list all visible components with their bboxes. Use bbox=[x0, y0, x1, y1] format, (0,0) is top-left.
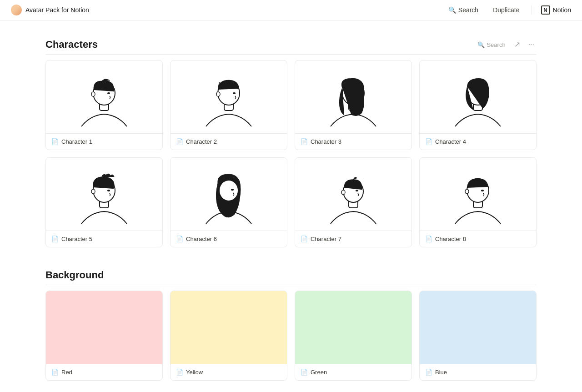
duplicate-button[interactable]: Duplicate bbox=[490, 5, 522, 15]
page-doc-icon: 📄 bbox=[425, 369, 432, 376]
page-doc-icon: 📄 bbox=[176, 236, 183, 242]
bg-card-yellow[interactable]: 📄 Yellow bbox=[170, 291, 287, 381]
svg-point-25 bbox=[341, 190, 345, 195]
bg-card-blue[interactable]: 📄 Blue bbox=[419, 291, 537, 381]
svg-point-28 bbox=[481, 190, 484, 191]
character-card-4[interactable]: 📄 Character 4 bbox=[419, 60, 537, 150]
character-2-image bbox=[171, 60, 287, 133]
character-card-8[interactable]: 📄 Character 8 bbox=[419, 157, 537, 247]
nav-actions: 🔍 Search Duplicate N Notion bbox=[446, 5, 571, 15]
page-title-area: Avatar Pack for Notion bbox=[11, 5, 89, 15]
character-8-footer: 📄 Character 8 bbox=[420, 231, 536, 247]
svg-point-20 bbox=[220, 181, 238, 201]
bg-blue-footer: 📄 Blue bbox=[420, 364, 536, 380]
page-doc-icon: 📄 bbox=[425, 236, 432, 242]
svg-point-7 bbox=[216, 92, 220, 96]
search-icon: 🔍 bbox=[448, 6, 456, 14]
character-3-label: Character 3 bbox=[311, 138, 341, 145]
bg-card-red[interactable]: 📄 Red bbox=[45, 291, 163, 381]
bg-green-label: Green bbox=[311, 369, 327, 376]
page-doc-icon: 📄 bbox=[301, 236, 308, 242]
svg-point-13 bbox=[481, 91, 484, 93]
character-2-footer: 📄 Character 2 bbox=[171, 133, 287, 150]
page-doc-icon: 📄 bbox=[425, 138, 432, 145]
bg-yellow-footer: 📄 Yellow bbox=[171, 364, 287, 380]
character-card-2[interactable]: 📄 Character 2 bbox=[170, 60, 287, 150]
nav-divider bbox=[532, 5, 532, 15]
character-card-1[interactable]: 📄 Character 1 bbox=[45, 60, 163, 150]
bg-card-green[interactable]: 📄 Green bbox=[295, 291, 412, 381]
character-6-image bbox=[171, 158, 287, 231]
bg-red-label: Red bbox=[61, 369, 72, 376]
background-section: Background 📄 Red 📄 Yellow � bbox=[45, 269, 537, 381]
page-avatar bbox=[11, 5, 22, 15]
bg-red-footer: 📄 Red bbox=[46, 364, 162, 380]
character-1-footer: 📄 Character 1 bbox=[46, 133, 162, 150]
bg-blue-image bbox=[420, 291, 536, 364]
character-5-image bbox=[46, 158, 162, 231]
backgrounds-grid: 📄 Red 📄 Yellow 📄 Green bbox=[45, 291, 537, 381]
svg-point-3 bbox=[91, 92, 95, 96]
character-2-label: Character 2 bbox=[186, 138, 217, 145]
page-doc-icon: 📄 bbox=[301, 138, 308, 145]
character-card-7[interactable]: 📄 Character 7 bbox=[295, 157, 412, 247]
svg-point-24 bbox=[356, 190, 358, 191]
character-3-footer: 📄 Character 3 bbox=[295, 133, 411, 150]
characters-title: Characters bbox=[45, 39, 98, 50]
expand-icon[interactable]: ↗ bbox=[512, 40, 522, 50]
main-content: Characters 🔍 Search ↗ ··· bbox=[18, 20, 564, 392]
svg-point-29 bbox=[465, 189, 469, 194]
character-7-label: Character 7 bbox=[311, 236, 341, 242]
svg-point-21 bbox=[231, 189, 234, 191]
svg-point-10 bbox=[356, 92, 359, 94]
characters-header: Characters 🔍 Search ↗ ··· bbox=[45, 39, 537, 55]
page-doc-icon: 📄 bbox=[51, 236, 59, 242]
bg-green-footer: 📄 Green bbox=[295, 364, 411, 380]
character-8-label: Character 8 bbox=[435, 236, 466, 242]
notion-link[interactable]: N Notion bbox=[541, 5, 571, 15]
page-doc-icon: 📄 bbox=[51, 369, 59, 376]
bg-yellow-image bbox=[171, 291, 287, 364]
character-7-image bbox=[295, 158, 411, 231]
character-6-label: Character 6 bbox=[186, 236, 217, 242]
bg-green-image bbox=[295, 291, 411, 364]
character-1-label: Character 1 bbox=[61, 138, 92, 145]
page-doc-icon: 📄 bbox=[176, 138, 183, 145]
characters-section: Characters 🔍 Search ↗ ··· bbox=[45, 39, 537, 247]
page-doc-icon: 📄 bbox=[51, 138, 59, 145]
search-small-icon: 🔍 bbox=[477, 41, 485, 48]
character-3-image bbox=[295, 60, 411, 133]
character-card-6[interactable]: 📄 Character 6 bbox=[170, 157, 287, 247]
character-1-image bbox=[46, 60, 162, 133]
character-4-footer: 📄 Character 4 bbox=[420, 133, 536, 150]
character-4-label: Character 4 bbox=[435, 138, 466, 145]
section-actions: 🔍 Search ↗ ··· bbox=[475, 40, 537, 50]
svg-point-16 bbox=[107, 190, 110, 191]
more-options-icon[interactable]: ··· bbox=[526, 40, 537, 50]
character-5-label: Character 5 bbox=[61, 236, 92, 242]
search-button[interactable]: 🔍 Search bbox=[446, 5, 481, 15]
page-doc-icon: 📄 bbox=[176, 369, 183, 376]
character-6-footer: 📄 Character 6 bbox=[171, 231, 287, 247]
background-header: Background bbox=[45, 269, 537, 285]
bg-blue-label: Blue bbox=[435, 369, 447, 376]
top-nav: Avatar Pack for Notion 🔍 Search Duplicat… bbox=[0, 0, 582, 20]
character-5-footer: 📄 Character 5 bbox=[46, 231, 162, 247]
notion-logo-icon: N bbox=[541, 5, 550, 15]
background-title: Background bbox=[45, 269, 104, 281]
character-8-image bbox=[420, 158, 536, 231]
bg-red-image bbox=[46, 291, 162, 364]
page-doc-icon: 📄 bbox=[301, 369, 308, 376]
character-card-3[interactable]: 📄 Character 3 bbox=[295, 60, 412, 150]
page-title: Avatar Pack for Notion bbox=[25, 6, 89, 14]
svg-point-6 bbox=[233, 92, 236, 94]
gallery-search-button[interactable]: 🔍 Search bbox=[475, 40, 508, 50]
character-card-5[interactable]: 📄 Character 5 bbox=[45, 157, 163, 247]
svg-point-17 bbox=[91, 189, 95, 194]
bg-yellow-label: Yellow bbox=[186, 369, 203, 376]
svg-point-2 bbox=[107, 92, 110, 94]
character-7-footer: 📄 Character 7 bbox=[295, 231, 411, 247]
character-4-image bbox=[420, 60, 536, 133]
characters-grid: 📄 Character 1 bbox=[45, 60, 537, 247]
